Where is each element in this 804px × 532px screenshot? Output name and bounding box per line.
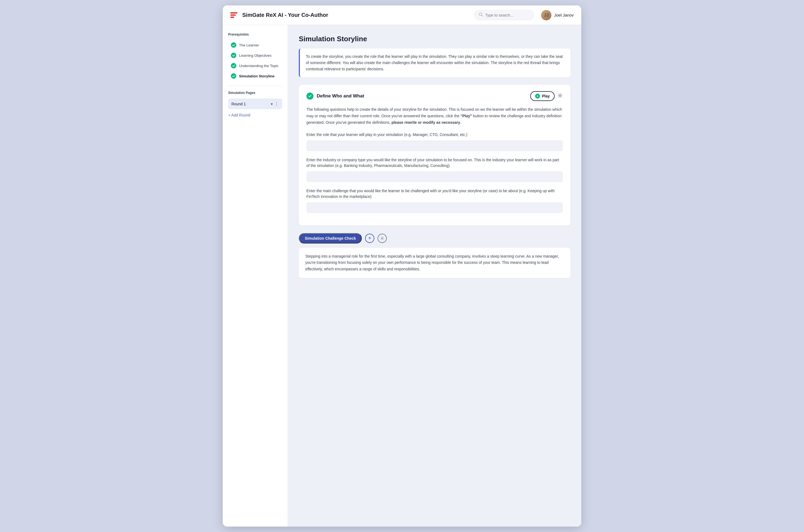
play-icon <box>535 94 540 98</box>
field-label-industry: Enter the industry or company type you w… <box>306 157 563 169</box>
search-input[interactable] <box>485 13 529 17</box>
chevron-down-icon[interactable]: ▾ <box>271 102 273 106</box>
add-round-label: + Add Round <box>228 113 250 117</box>
header: SimGate ReX AI - Your Co-Author JJ Joel … <box>223 5 581 25</box>
field-label-role: Enter the role that your learner will pl… <box>306 132 563 138</box>
user-area: JJ Joel Janov <box>541 10 574 20</box>
check-icon-the-learner <box>231 42 236 48</box>
prereq-label-the-learner: The Learner <box>239 43 259 47</box>
challenge-input[interactable] <box>306 202 563 213</box>
add-challenge-button[interactable]: + <box>365 234 374 243</box>
play-button[interactable]: Play <box>530 91 555 101</box>
sidebar-item-learning-objectives[interactable]: Learning Objectives <box>228 51 282 60</box>
section-title: Define Who and What <box>317 93 527 99</box>
prereq-label-simulation-storyline: Simulation Storyline <box>239 74 275 78</box>
check-icon-understanding-topic <box>231 63 236 69</box>
challenge-section: Simulation Challenge Check + Stepping in… <box>299 233 570 278</box>
search-icon <box>479 13 483 18</box>
main-content: Simulation Storyline To create the story… <box>288 25 581 527</box>
app-title: SimGate ReX AI - Your Co-Author <box>242 12 471 18</box>
play-label: Play <box>542 94 550 98</box>
logo-bar-2 <box>230 14 236 16</box>
round-1-label: Round 1 <box>232 102 271 106</box>
check-icon-simulation-storyline <box>231 73 236 79</box>
app-window: SimGate ReX AI - Your Co-Author JJ Joel … <box>223 5 581 527</box>
section-description: The following questions help to create t… <box>306 107 563 126</box>
check-icon-learning-objectives <box>231 53 236 58</box>
avatar: JJ <box>541 10 551 20</box>
sidebar-item-the-learner[interactable]: The Learner <box>228 40 282 50</box>
industry-input[interactable] <box>306 171 563 182</box>
challenge-gear-button[interactable] <box>378 234 387 243</box>
page-title: Simulation Storyline <box>299 35 570 43</box>
svg-point-4 <box>382 238 383 239</box>
prerequisites-label: Prerequisites <box>228 33 282 36</box>
logo-bar-3 <box>230 17 234 18</box>
svg-point-3 <box>559 95 561 96</box>
section-header: Define Who and What Play <box>306 91 563 101</box>
body-layout: Prerequisites The Learner Learning Objec… <box>223 25 581 527</box>
prereq-label-learning-objectives: Learning Objectives <box>239 54 271 58</box>
sidebar-item-understanding-topic[interactable]: Understanding the Topic <box>228 61 282 71</box>
intro-card: To create the storyline, you create the … <box>299 49 570 77</box>
challenge-body-text: Stepping into a managerial role for the … <box>305 254 559 271</box>
intro-text: To create the storyline, you create the … <box>306 54 563 71</box>
gear-button[interactable] <box>558 93 563 100</box>
simulation-pages-label: Simulation Pages <box>228 91 282 95</box>
round-1-actions: ▾ ⋮ <box>271 101 279 107</box>
challenge-header: Simulation Challenge Check + <box>299 233 570 244</box>
sidebar: Prerequisites The Learner Learning Objec… <box>223 25 288 527</box>
user-name: Joel Janov <box>554 13 574 17</box>
sidebar-divider <box>228 86 282 86</box>
dot-menu-icon[interactable]: ⋮ <box>274 101 279 107</box>
define-who-what-card: Define Who and What Play <box>299 85 570 225</box>
logo-icon <box>230 12 237 18</box>
logo-bar-1 <box>230 12 237 14</box>
add-round-button[interactable]: + Add Round <box>228 111 250 119</box>
challenge-badge-label: Simulation Challenge Check <box>305 236 356 241</box>
search-bar[interactable] <box>474 10 534 20</box>
section-body: The following questions help to create t… <box>306 107 563 219</box>
sidebar-item-simulation-storyline[interactable]: Simulation Storyline <box>228 71 282 81</box>
simulation-challenge-check-button[interactable]: Simulation Challenge Check <box>299 233 362 244</box>
svg-line-1 <box>482 16 483 17</box>
role-input[interactable] <box>306 140 563 151</box>
plus-icon: + <box>368 235 371 241</box>
field-label-challenge: Enter the main challenge that you would … <box>306 188 563 200</box>
challenge-text-card: Stepping into a managerial role for the … <box>299 248 570 278</box>
round-1-item[interactable]: Round 1 ▾ ⋮ <box>228 98 282 109</box>
section-actions: Play <box>530 91 563 101</box>
svg-marker-2 <box>537 95 538 97</box>
prereq-label-understanding-topic: Understanding the Topic <box>239 64 278 68</box>
section-check-icon <box>306 93 313 100</box>
